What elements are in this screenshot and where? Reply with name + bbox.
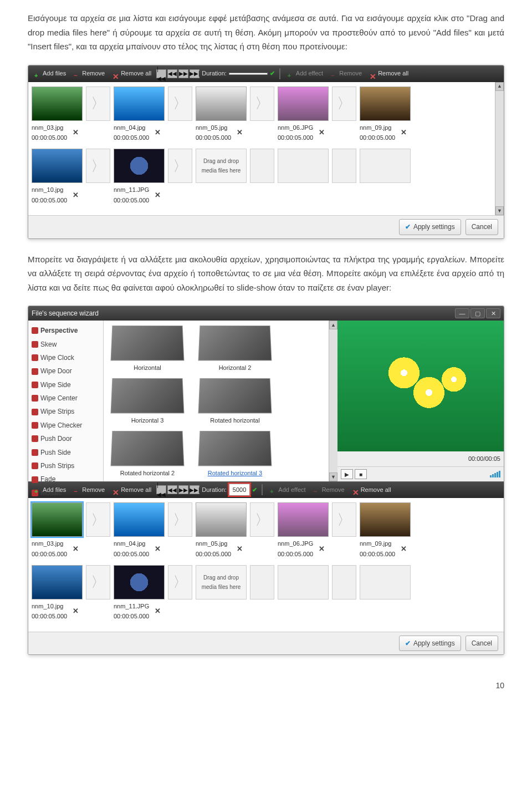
effect-remove-button[interactable]: −Remove (328, 67, 365, 80)
cancel-button[interactable]: Cancel (466, 219, 498, 235)
nav-next-icon[interactable]: ▶▶ (178, 485, 188, 494)
transition-slot[interactable]: 〉 (86, 565, 110, 599)
effect-remove-all-button[interactable]: ✕Remove all (350, 484, 394, 496)
remove-file-icon[interactable]: ✕ (234, 126, 245, 139)
effect-category-item[interactable]: Wipe Side (30, 378, 101, 392)
add-effect-button[interactable]: +Add effect (267, 484, 308, 496)
effect-thumbnail[interactable]: Horizontal (106, 325, 189, 373)
drop-zone[interactable]: Drag and drop media files here (196, 149, 247, 183)
effect-category-item[interactable]: Wipe Center (30, 392, 101, 405)
transition-slot[interactable]: 〉 (168, 565, 192, 599)
remove-file-icon[interactable]: ✕ (70, 126, 81, 139)
nav-first-icon[interactable]: |◀◀ (156, 69, 166, 78)
apply-settings-button[interactable]: ✔Apply settings (399, 636, 461, 651)
effect-category-item[interactable]: Wipe Clock (30, 351, 101, 364)
transition-slot[interactable] (250, 149, 274, 183)
scroll-down-icon[interactable]: ▼ (495, 206, 504, 215)
file-item[interactable]: nnm_04.jpg00:00:05.000✕ (114, 87, 165, 143)
volume-icon[interactable] (490, 471, 500, 477)
transition-slot[interactable]: 〉 (86, 502, 110, 537)
transition-slot[interactable]: 〉 (168, 502, 192, 537)
remove-file-icon[interactable]: ✕ (398, 126, 409, 139)
effect-category-item[interactable]: Skew (30, 338, 101, 351)
duration-input[interactable]: 5000 (229, 484, 250, 496)
remove-file-icon[interactable]: ✕ (152, 605, 163, 617)
scroll-up-icon[interactable]: ▲ (495, 82, 504, 91)
file-item[interactable]: nnm_05.jpg00:00:05.000✕ (196, 502, 247, 559)
drop-zone[interactable]: Drag and drop media files here (196, 565, 247, 599)
add-files-button[interactable]: +Add files (32, 484, 69, 496)
scrollbar[interactable]: ▲ ▼ (329, 321, 337, 481)
file-item[interactable]: nnm_06.JPG00:00:05.000✕ (278, 87, 329, 143)
file-item[interactable]: nnm_06.JPG00:00:05.000✕ (278, 502, 329, 559)
play-button[interactable]: ▶ (341, 469, 353, 479)
transition-slot[interactable] (332, 565, 356, 599)
effect-thumbnail[interactable]: Horizontal 3 (106, 378, 189, 426)
apply-duration-icon[interactable]: ✔ (270, 68, 275, 79)
file-item[interactable]: nnm_09.jpg00:00:05.000✕ (360, 502, 411, 559)
cancel-button[interactable]: Cancel (466, 636, 498, 651)
remove-all-button[interactable]: ✕Remove all (110, 67, 154, 80)
remove-file-icon[interactable]: ✕ (316, 126, 327, 139)
maximize-button[interactable]: ▢ (470, 308, 485, 318)
scrollbar[interactable]: ▲ ▼ (495, 82, 504, 216)
file-item[interactable]: nnm_09.jpg00:00:05.000✕ (360, 87, 411, 143)
remove-all-button[interactable]: ✕Remove all (110, 484, 154, 496)
nav-last-icon[interactable]: ▶▶| (190, 69, 200, 78)
remove-file-icon[interactable]: ✕ (70, 543, 81, 555)
file-item[interactable]: nnm_11.JPG00:00:05.000✕ (114, 149, 165, 205)
nav-prev-icon[interactable]: ◀◀ (167, 485, 177, 494)
remove-button[interactable]: −Remove (71, 67, 108, 80)
apply-duration-icon[interactable]: ✔ (252, 485, 257, 495)
nav-next-icon[interactable]: ▶▶ (178, 69, 188, 78)
effect-thumbnail[interactable]: Rotated horizontal (193, 378, 277, 426)
transition-slot[interactable]: 〉 (332, 87, 356, 121)
effect-thumbnail[interactable]: Horizontal 2 (193, 325, 277, 373)
remove-file-icon[interactable]: ✕ (152, 543, 163, 555)
duration-input[interactable] (229, 73, 268, 75)
effect-category-item[interactable]: Wipe Strips (30, 405, 101, 418)
transition-slot[interactable]: 〉 (250, 87, 274, 121)
transition-slot[interactable] (250, 565, 274, 599)
remove-button[interactable]: −Remove (71, 484, 108, 496)
nav-prev-icon[interactable]: ◀◀ (167, 69, 177, 78)
minimize-button[interactable]: — (455, 308, 469, 318)
stop-button[interactable]: ■ (355, 469, 367, 479)
remove-file-icon[interactable]: ✕ (152, 126, 163, 139)
file-item[interactable]: nnm_03.jpg00:00:05.000✕ (32, 87, 83, 143)
effect-remove-all-button[interactable]: ✕Remove all (367, 67, 411, 80)
add-files-button[interactable]: +Add files (32, 67, 69, 80)
add-effect-button[interactable]: +Add effect (285, 67, 326, 80)
transition-slot[interactable]: 〉 (250, 502, 274, 537)
nav-first-icon[interactable]: |◀◀ (156, 485, 166, 494)
remove-file-icon[interactable]: ✕ (70, 189, 81, 201)
effect-thumbnail[interactable]: Rotated horizontal 2 (106, 430, 189, 479)
nav-last-icon[interactable]: ▶▶| (190, 485, 200, 494)
scroll-up-icon[interactable]: ▲ (329, 321, 337, 329)
file-item[interactable]: nnm_05.jpg00:00:05.000✕ (196, 87, 247, 143)
file-item[interactable]: nnm_11.JPG00:00:05.000✕ (114, 565, 165, 622)
effect-category-item[interactable]: Perspective (30, 324, 101, 337)
close-button[interactable]: ✕ (486, 308, 500, 318)
transition-slot[interactable]: 〉 (168, 149, 192, 183)
file-item[interactable]: nnm_03.jpg00:00:05.000✕ (32, 502, 83, 559)
effect-category-item[interactable]: Wipe Checker (30, 419, 101, 432)
apply-settings-button[interactable]: ✔Apply settings (399, 219, 461, 235)
transition-slot[interactable]: 〉 (86, 87, 110, 121)
scroll-down-icon[interactable]: ▼ (329, 472, 337, 481)
effect-category-item[interactable]: Push Door (30, 432, 101, 445)
remove-file-icon[interactable]: ✕ (70, 605, 81, 617)
transition-slot[interactable] (332, 149, 356, 183)
remove-file-icon[interactable]: ✕ (316, 543, 327, 555)
transition-slot[interactable]: 〉 (332, 502, 356, 537)
effect-category-item[interactable]: Push Strips (30, 459, 101, 472)
file-item[interactable]: nnm_10.jpg00:00:05.000✕ (32, 149, 83, 205)
effect-category-item[interactable]: Wipe Door (30, 364, 101, 378)
file-item[interactable]: nnm_04.jpg00:00:05.000✕ (114, 502, 165, 559)
transition-slot[interactable]: 〉 (168, 87, 192, 121)
remove-file-icon[interactable]: ✕ (234, 543, 245, 555)
effect-category-item[interactable]: Push Side (30, 446, 101, 459)
file-item[interactable]: nnm_10.jpg00:00:05.000✕ (32, 565, 83, 622)
effect-remove-button[interactable]: −Remove (311, 484, 347, 496)
transition-slot[interactable]: 〉 (86, 149, 110, 183)
